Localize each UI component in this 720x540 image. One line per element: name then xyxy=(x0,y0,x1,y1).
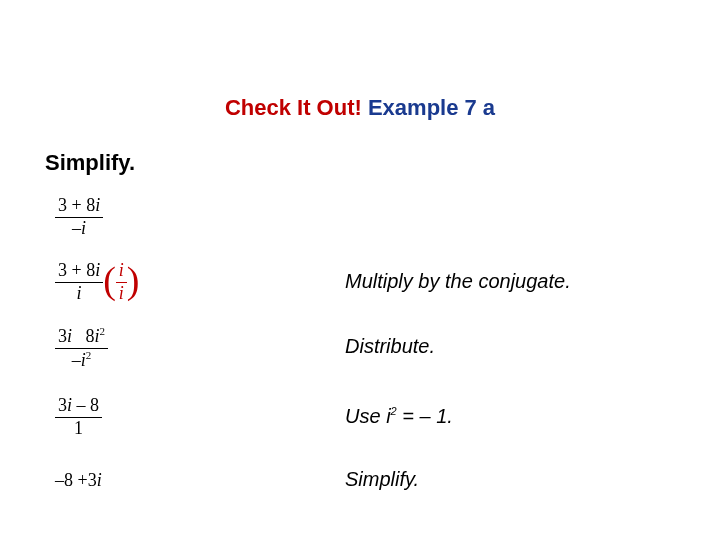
step-1-fraction: 3 + 8i –i xyxy=(55,195,103,239)
step-5-desc: Simplify. xyxy=(345,468,419,491)
rparen-icon: ) xyxy=(127,263,140,297)
heading-simplify: Simplify. xyxy=(45,150,135,176)
step-2-conjugate-fraction: i i xyxy=(116,260,127,304)
lparen-icon: ( xyxy=(103,263,116,297)
step-4-fraction: 3i – 8 1 xyxy=(55,395,102,439)
step-2-main-fraction: 3 + 8i i xyxy=(55,260,103,304)
title-red: Check It Out! xyxy=(225,95,362,120)
step-5: –8 +3i xyxy=(55,470,102,491)
step-2-desc: Multiply by the conjugate. xyxy=(345,270,571,293)
step-3: 3i 8i2 –i2 xyxy=(55,325,108,371)
title-blue: Example 7 a xyxy=(368,95,495,120)
step-4: 3i – 8 1 xyxy=(55,395,102,439)
step-3-desc: Distribute. xyxy=(345,335,435,358)
step-3-fraction: 3i 8i2 –i2 xyxy=(55,325,108,371)
page-title: Check It Out! Example 7 a xyxy=(0,95,720,121)
step-1: 3 + 8i –i xyxy=(55,195,103,239)
step-5-expr: –8 +3i xyxy=(55,470,102,491)
step-4-desc: Use i2 = – 1. xyxy=(345,405,453,428)
step-2: 3 + 8i i ( i i ) xyxy=(55,260,140,304)
